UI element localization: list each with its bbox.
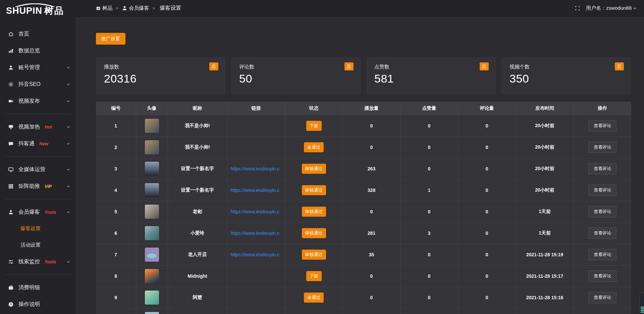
sidebar-item-douyin-seo[interactable]: 抖音SEO — [0, 76, 75, 93]
sidebar-menu: 首页数据总览账号管理抖音SEO视频发布视频加热Hot抖客通New全媒体运营矩阵助… — [0, 21, 75, 313]
cell-nickname: 设置一个新名字 — [168, 179, 227, 201]
avatar — [145, 119, 159, 133]
cell-action: 查看评论 — [574, 158, 631, 179]
cell-status: 审核通过 — [285, 158, 342, 179]
status-badge: 审核通过 — [302, 228, 326, 238]
sidebar-item-label: 账号管理 — [18, 64, 40, 71]
cell-avatar — [136, 115, 168, 137]
cell-time: 2021-11-28 15:19 — [516, 244, 574, 265]
status-badge: 审核通过 — [302, 207, 326, 217]
sidebar-subitem-baoke-settings[interactable]: 爆客设置 — [0, 220, 75, 237]
view-comments-button[interactable]: 查看评论 — [588, 142, 616, 153]
stat-value: 350 — [509, 72, 623, 85]
cell-nickname: Midnight — [168, 265, 227, 287]
user-icon — [8, 65, 14, 70]
cell-nickname: 阿慧 — [168, 287, 227, 308]
stat-total-badge: 总 — [344, 62, 354, 70]
avatar — [145, 312, 159, 314]
video-icon — [8, 98, 14, 104]
cell-plays: 0 — [342, 201, 400, 222]
cell-comments: 0 — [458, 158, 516, 179]
sidebar-item-data-overview[interactable]: 数据总览 — [0, 42, 75, 59]
cell-link: https://www.iesdouyin.c — [227, 201, 285, 222]
cell-comments: 0 — [458, 265, 516, 287]
status-badge: 未通过 — [304, 142, 324, 152]
widget-bar — [641, 310, 644, 311]
sidebar-item-video-heat[interactable]: 视频加热Hot — [0, 118, 75, 135]
table-row: 9阿慧未通过0002021-11-28 15:16查看评论 — [96, 287, 631, 308]
view-comments-button[interactable]: 查看评论 — [588, 292, 616, 303]
sidebar-item-operation-guide[interactable]: ?操作说明 — [0, 296, 75, 313]
profile-link[interactable]: https://www.iesdouyin.c — [231, 188, 280, 193]
sidebar-item-member-baoke[interactable]: 会员爆客Tools — [0, 204, 75, 220]
sidebar-item-badge: VIP — [45, 184, 52, 189]
view-comments-button[interactable]: 查看评论 — [588, 227, 616, 239]
table-row: 1我不是小帅!下架00020小时前查看评论 — [96, 115, 631, 137]
gear-icon — [8, 82, 14, 87]
sidebar-item-media-operation[interactable]: 全媒体运营 — [0, 161, 75, 178]
profile-link[interactable]: https://www.iesdouyin.c — [231, 166, 280, 171]
cell-likes: 1 — [400, 179, 458, 201]
accounts-table-wrap: 编号头像昵称链接状态播放量点赞量评论量发布时间操作1我不是小帅!下架00020小… — [96, 102, 631, 314]
sidebar-item-video-publish[interactable]: 视频发布 — [0, 93, 75, 109]
avatar — [145, 183, 159, 197]
floating-widget[interactable] — [639, 293, 644, 314]
widget-bar — [641, 308, 644, 309]
cell-nickname: 设置一个新名字 — [168, 158, 227, 179]
cell-status: 审核通过 — [285, 244, 342, 265]
menu-divider — [5, 199, 71, 199]
cell-time: 1天前 — [516, 201, 574, 222]
breadcrumb-item[interactable]: 树品 — [96, 5, 112, 11]
logo-secondary: 树品 — [44, 6, 64, 16]
fullscreen-icon[interactable] — [575, 6, 580, 11]
sidebar-item-home[interactable]: 首页 — [0, 25, 75, 42]
stats-row: 播放数总20316评论数总50点赞数总581视频个数总350 — [96, 57, 631, 95]
status-badge: 下架 — [306, 271, 322, 281]
cell-comments: 0 — [458, 201, 516, 222]
table-header-row: 编号头像昵称链接状态播放量点赞量评论量发布时间操作 — [96, 102, 631, 115]
user-icon — [8, 209, 14, 215]
breadcrumb-label: 树品 — [102, 5, 112, 11]
view-comments-button[interactable]: 查看评论 — [588, 185, 616, 196]
chevron-down-icon — [66, 83, 70, 86]
profile-link[interactable]: https://www.iesdouyin.c — [231, 209, 280, 214]
cell-action: 查看评论 — [574, 137, 631, 158]
profile-link[interactable]: https://www.iesdouyin.c — [231, 252, 280, 257]
cell-likes: 0 — [400, 201, 458, 222]
cell-plays: 35 — [342, 244, 400, 265]
sidebar-subitem-activity-settings[interactable]: 活动设置 — [0, 237, 75, 253]
cell-avatar — [136, 158, 168, 179]
profile-link[interactable]: https://www.iesdouyin.c — [231, 230, 280, 236]
view-comments-button[interactable]: 查看评论 — [588, 206, 616, 217]
cell-action: 查看评论 — [574, 201, 631, 222]
column-header-8: 发布时间 — [516, 102, 574, 115]
sidebar-item-account-management[interactable]: 账号管理 — [0, 59, 75, 76]
sidebar-item-consumption-detail[interactable]: 消费明细 — [0, 279, 75, 296]
chevron-down-icon — [66, 260, 70, 264]
view-comments-button[interactable]: 查看评论 — [588, 270, 616, 282]
sidebar-item-matrix-boost[interactable]: 矩阵助推VIP — [0, 178, 75, 195]
column-header-5: 播放量 — [342, 102, 400, 115]
username-menu[interactable]: 用户名：zswodun88 — [586, 5, 637, 11]
cell-status: 未通过 — [285, 287, 342, 308]
cell-number: 9 — [96, 287, 136, 308]
view-comments-button[interactable]: 查看评论 — [588, 163, 616, 174]
table-row — [96, 308, 631, 314]
stat-label: 评论数 — [239, 64, 353, 70]
sidebar-item-douketong[interactable]: 抖客通New — [0, 135, 75, 152]
wallet-icon — [8, 285, 14, 291]
promo-settings-button[interactable]: 推广设置 — [96, 33, 125, 45]
view-comments-button[interactable]: 查看评论 — [588, 120, 616, 132]
cell-plays — [342, 308, 400, 314]
sidebar-item-clue-monitor[interactable]: 线索监控Tools — [0, 253, 75, 270]
cell-number: 3 — [96, 158, 136, 179]
logo-primary: SHUPIN — [6, 6, 42, 16]
chevron-down-icon — [66, 185, 70, 188]
view-comments-button[interactable]: 查看评论 — [588, 249, 616, 260]
cell-action: 查看评论 — [574, 244, 631, 265]
table-row: 6小爱玲https://www.iesdouyin.c审核通过281301天前查… — [96, 222, 631, 244]
menu-divider — [5, 274, 71, 275]
chevron-down-icon — [66, 99, 70, 103]
sidebar-item-label: 线索监控 — [18, 258, 40, 265]
breadcrumb-item[interactable]: 会员爆客 — [122, 5, 149, 11]
